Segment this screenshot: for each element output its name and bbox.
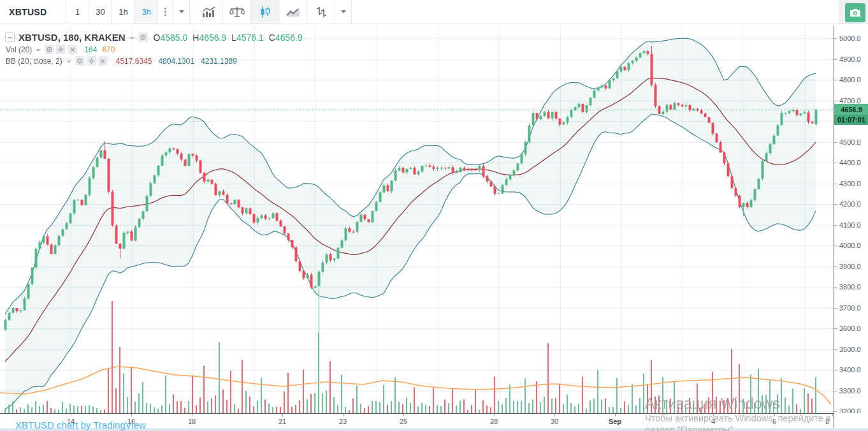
- candle-countdown-badge: 01:07:01: [834, 115, 868, 125]
- volume-study-title[interactable]: Vol (20): [6, 45, 32, 54]
- price-tick-mark: [834, 245, 837, 246]
- interval-button-1[interactable]: 1: [66, 0, 89, 24]
- price-tick-mark: [834, 225, 837, 226]
- volume-value: 164: [84, 45, 97, 54]
- price-tick-label: 3800.0: [839, 283, 861, 291]
- style-dropdown-icon[interactable]: [335, 0, 352, 24]
- high-value: 4656.9: [199, 33, 226, 43]
- time-tick-mark: [832, 414, 833, 416]
- interval-button-3h[interactable]: 3h: [135, 0, 158, 24]
- price-tick-label: 4200.0: [839, 200, 861, 208]
- collapse-legend-icon[interactable]: [5, 33, 15, 42]
- toolbar: XBTUSD 1 30 1h 3h: [0, 0, 839, 24]
- time-tick-label: 30: [551, 418, 558, 425]
- time-tick-mark: [71, 414, 71, 416]
- open-value: 4585.0: [160, 33, 187, 43]
- time-tick-mark: [774, 414, 775, 416]
- time-tick-label: 4: [711, 418, 715, 425]
- price-tick-mark: [834, 328, 837, 329]
- time-tick-label: 28: [490, 418, 498, 425]
- ohlc-values: O4585.0H4656.9L4576.1C4656.9: [154, 33, 308, 43]
- line-style-icon[interactable]: [279, 0, 307, 24]
- volume-dropdown-icon[interactable]: [36, 49, 41, 52]
- price-tick-label: 4500.0: [839, 138, 861, 146]
- candles-style-icon[interactable]: [251, 0, 279, 24]
- indicators-icon[interactable]: [195, 0, 223, 24]
- time-tick-mark: [494, 414, 495, 416]
- price-tick-label: 4300.0: [839, 180, 861, 187]
- more-intervals-dots-icon[interactable]: [158, 0, 173, 24]
- price-tick-label: 5000.0: [839, 34, 861, 42]
- volume-ma-value: 670: [102, 45, 115, 54]
- bb-upper-value: 4804.1301: [158, 57, 194, 66]
- volume-eye-icon[interactable]: [45, 45, 54, 54]
- time-tick-mark: [131, 414, 132, 416]
- bars-style-icon[interactable]: [307, 0, 335, 24]
- price-tick-mark: [834, 204, 837, 205]
- volume-settings-icon[interactable]: [56, 45, 66, 54]
- price-tick-mark: [834, 80, 837, 80]
- symbol-input[interactable]: XBTUSD: [0, 0, 66, 24]
- bb-lower-value: 4231.1389: [201, 57, 237, 66]
- price-tick-mark: [834, 267, 837, 267]
- bb-study-title[interactable]: BB (20, close, 2): [6, 57, 62, 66]
- tradingview-widget: XBTUSD 1 30 1h 3h: [0, 0, 868, 431]
- bb-settings-icon[interactable]: [87, 56, 96, 66]
- price-tick-mark: [834, 38, 837, 39]
- price-tick-label: 3600.0: [839, 325, 861, 332]
- toolbar-spacer: [190, 0, 195, 24]
- time-tick-mark: [403, 414, 404, 416]
- time-tick-label: 6: [772, 418, 776, 425]
- time-tick-mark: [343, 414, 344, 416]
- price-tick-mark: [834, 411, 837, 412]
- time-tick-mark: [554, 414, 555, 416]
- time-tick-mark: [615, 414, 616, 416]
- time-tick-mark: [192, 414, 192, 416]
- price-tick-label: 4900.0: [839, 55, 861, 63]
- close-value: 4656.9: [275, 33, 303, 43]
- bb-eye-icon[interactable]: [75, 56, 85, 66]
- time-tick-label: 23: [339, 418, 347, 425]
- series-title[interactable]: XBTUSD, 180, KRAKEN: [18, 32, 126, 43]
- price-tick-label: 4100.0: [839, 221, 861, 229]
- time-tick-label: 21: [278, 418, 286, 425]
- snapshot-button[interactable]: [845, 3, 865, 22]
- price-tick-label: 4400.0: [839, 159, 861, 166]
- time-tick-label: 8: [825, 418, 829, 425]
- series-eye-icon[interactable]: [138, 33, 148, 42]
- volume-remove-icon[interactable]: [68, 45, 77, 54]
- price-axis[interactable]: 4656.9 01:07:01 5000.04900.04800.04700.0…: [834, 26, 868, 413]
- bb-basis-value: 4517.6345: [116, 57, 152, 66]
- price-tick-label: 3300.0: [839, 387, 861, 395]
- time-tick-mark: [713, 414, 714, 416]
- compare-icon[interactable]: [223, 0, 251, 24]
- candlestick-chart-canvas[interactable]: [0, 26, 834, 413]
- tradingview-attribution-link[interactable]: XBTUSD chart by TradingView: [15, 420, 146, 430]
- interval-button-1h[interactable]: 1h: [112, 0, 135, 24]
- time-tick-label: 18: [188, 418, 196, 425]
- chart-pane[interactable]: XBTUSD, 180, KRAKEN O4585.0H4656.9L4576.…: [0, 26, 834, 413]
- time-tick-mark: [282, 414, 283, 416]
- price-tick-mark: [834, 59, 837, 60]
- interval-button-30[interactable]: 30: [89, 0, 112, 24]
- time-tick-label: 25: [400, 418, 407, 425]
- bb-remove-icon[interactable]: [98, 56, 108, 66]
- price-tick-label: 3900.0: [839, 263, 861, 270]
- price-tick-label: 4000.0: [839, 242, 861, 249]
- legend-main-row: XBTUSD, 180, KRAKEN O4585.0H4656.9L4576.…: [5, 32, 308, 43]
- camera-icon: [850, 8, 861, 17]
- price-tick-mark: [834, 101, 837, 101]
- price-tick-label: 3400.0: [839, 366, 861, 374]
- price-tick-label: 4800.0: [839, 76, 861, 84]
- bb-dropdown-icon[interactable]: [66, 61, 71, 63]
- series-dropdown-icon[interactable]: [129, 37, 134, 40]
- legend: XBTUSD, 180, KRAKEN O4585.0H4656.9L4576.…: [5, 32, 308, 68]
- low-value: 4576.1: [236, 33, 264, 43]
- interval-dropdown-icon[interactable]: [173, 0, 190, 24]
- time-tick-label: Sep: [609, 418, 621, 425]
- price-tick-mark: [834, 370, 837, 370]
- price-tick-mark: [834, 184, 837, 184]
- legend-volume-row: Vol (20) 164 670: [5, 45, 308, 54]
- axis-corner: [834, 413, 868, 428]
- price-tick-label: 3700.0: [839, 304, 861, 312]
